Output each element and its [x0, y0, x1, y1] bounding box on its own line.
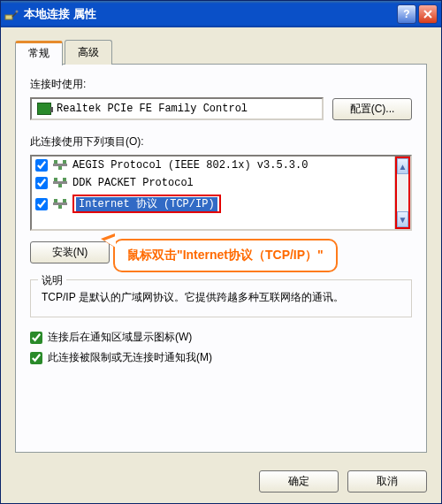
- scroll-down-button[interactable]: ▼: [397, 211, 408, 227]
- adapter-label: 连接时使用:: [30, 77, 412, 92]
- description-legend: 说明: [38, 273, 66, 288]
- tray-label: 连接后在通知区域显示图标(W): [48, 330, 192, 345]
- protocol-checkbox[interactable]: [35, 198, 48, 210]
- configure-button[interactable]: 配置(C)...: [332, 98, 412, 120]
- nic-icon: [37, 103, 51, 115]
- list-item[interactable]: DDK PACKET Protocol: [32, 174, 394, 192]
- tab-panel-general: 连接时使用: Realtek PCIe FE Family Control 配置…: [15, 64, 427, 453]
- scroll-up-button[interactable]: ▲: [397, 158, 408, 174]
- protocol-name: DDK PACKET Protocol: [72, 177, 194, 189]
- protocol-list[interactable]: AEGIS Protocol (IEEE 802.1x) v3.5.3.0 DD…: [30, 155, 412, 231]
- title-text: 本地连接 属性: [24, 6, 395, 22]
- items-label: 此连接使用下列项目(O):: [30, 134, 412, 149]
- protocol-icon: [53, 159, 67, 172]
- svg-line-1: [12, 12, 17, 17]
- svg-rect-0: [5, 15, 12, 19]
- tray-checkbox[interactable]: [30, 332, 42, 344]
- list-item[interactable]: AEGIS Protocol (IEEE 802.1x) v3.5.3.0: [32, 157, 394, 174]
- protocol-checkbox[interactable]: [35, 159, 48, 172]
- connection-icon: [4, 7, 19, 21]
- annotation-callout: 鼠标双击"Internet协议（TCP/IP）": [113, 239, 412, 272]
- tab-advanced[interactable]: 高级: [65, 40, 112, 65]
- notify-checkbox[interactable]: [30, 352, 42, 364]
- protocol-name: Internet 协议 (TCP/IP): [76, 197, 217, 211]
- svg-point-2: [16, 11, 19, 13]
- close-button[interactable]: [418, 4, 438, 24]
- adapter-display: Realtek PCIe FE Family Control: [30, 97, 324, 120]
- content-area: 常规 高级 连接时使用: Realtek PCIe FE Family Cont…: [1, 27, 441, 462]
- adapter-name: Realtek PCIe FE Family Control: [57, 103, 248, 115]
- list-item-selected[interactable]: Internet 协议 (TCP/IP): [32, 192, 394, 216]
- scrollbar-highlight: ▲ ▼: [395, 157, 410, 229]
- help-button[interactable]: ?: [397, 4, 416, 24]
- titlebar[interactable]: 本地连接 属性 ?: [1, 1, 441, 27]
- cancel-button[interactable]: 取消: [347, 470, 427, 493]
- tab-strip: 常规 高级: [15, 40, 427, 65]
- ok-button[interactable]: 确定: [259, 470, 339, 493]
- protocol-icon: [53, 198, 67, 210]
- notify-option[interactable]: 此连接被限制或无连接时通知我(M): [30, 350, 412, 365]
- list-content: AEGIS Protocol (IEEE 802.1x) v3.5.3.0 DD…: [32, 157, 394, 229]
- red-highlight-box: Internet 协议 (TCP/IP): [72, 195, 221, 213]
- tab-general[interactable]: 常规: [15, 41, 63, 65]
- callout-text: 鼠标双击"Internet协议（TCP/IP）": [113, 239, 338, 272]
- tray-icon-option[interactable]: 连接后在通知区域显示图标(W): [30, 330, 412, 345]
- protocol-icon: [53, 177, 67, 189]
- properties-dialog: 本地连接 属性 ? 常规 高级 连接时使用: Realtek PCIe FE F…: [0, 0, 442, 504]
- options-checks: 连接后在通知区域显示图标(W) 此连接被限制或无连接时通知我(M): [30, 330, 412, 365]
- protocol-name: AEGIS Protocol (IEEE 802.1x) v3.5.3.0: [72, 159, 308, 172]
- protocol-checkbox[interactable]: [35, 177, 48, 189]
- notify-label: 此连接被限制或无连接时通知我(M): [48, 350, 212, 365]
- adapter-row: Realtek PCIe FE Family Control 配置(C)...: [30, 97, 412, 120]
- description-group: 说明 TCP/IP 是默认的广域网协议。它提供跨越多种互联网络的通讯。: [30, 279, 412, 317]
- install-button[interactable]: 安装(N): [30, 241, 110, 263]
- description-text: TCP/IP 是默认的广域网协议。它提供跨越多种互联网络的通讯。: [42, 289, 400, 306]
- dialog-buttons: 确定 取消: [1, 462, 441, 501]
- scrollbar[interactable]: ▲ ▼: [394, 157, 410, 229]
